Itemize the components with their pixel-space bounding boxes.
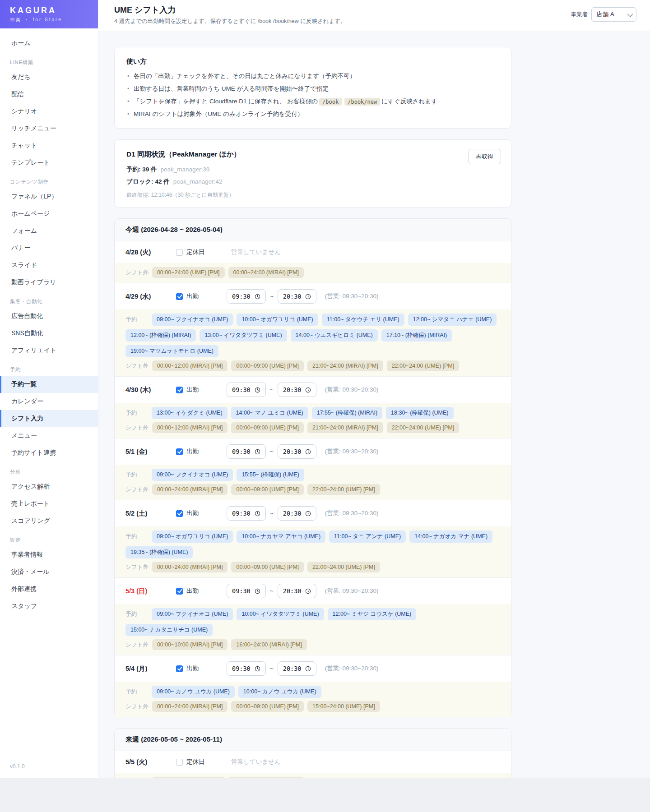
reservation-chip: 10:00~ オガワユリコ (UME) xyxy=(237,314,318,326)
sidebar-item-チャット[interactable]: チャット xyxy=(0,137,98,154)
off-shift-label: シフト外 xyxy=(125,703,149,710)
sidebar-section-label: LINE構築 xyxy=(0,52,98,69)
checkbox-label: 定休日 xyxy=(186,248,205,256)
work-checkbox[interactable]: 出勤 xyxy=(176,292,227,300)
code-chip: /book/new xyxy=(344,98,380,106)
day-row: 4/28 (火)定休日営業していません xyxy=(115,241,511,263)
sidebar-item-バナー[interactable]: バナー xyxy=(0,240,98,257)
start-time-input[interactable]: 09:30 xyxy=(227,584,266,598)
reservations-row: 予約09:00~ フクイナオコ (UME)10:00~ イワタタツフミ (UME… xyxy=(125,608,500,636)
start-time-input[interactable]: 09:30 xyxy=(227,506,266,521)
sidebar-item-動画ライブラリ[interactable]: 動画ライブラリ xyxy=(0,274,98,291)
sidebar-item-SNS自動化[interactable]: SNS自動化 xyxy=(0,325,98,342)
sidebar-item-ホームページ[interactable]: ホームページ xyxy=(0,205,98,222)
work-checkbox[interactable]: 出勤 xyxy=(176,386,227,394)
usage-bullet: 各日の「出勤」チェックを外すと、その日は丸ごと休みになります（予約不可） xyxy=(126,71,499,81)
sidebar-section-label: 集客・自動化 xyxy=(0,291,98,308)
time-range-tilde: ~ xyxy=(270,665,274,672)
sync-stat-label: ブロック: xyxy=(126,178,155,185)
business-label: 事業者 xyxy=(571,11,588,18)
clock-icon xyxy=(255,387,260,393)
start-time-input[interactable]: 09:30 xyxy=(227,383,266,397)
day-sub-rows: 予約09:00~ フクイナオコ (UME)15:55~ (枠確保) (UME)シ… xyxy=(115,465,511,500)
start-time-input[interactable]: 09:30 xyxy=(227,444,266,459)
checkbox-label: 出勤 xyxy=(186,448,199,456)
sidebar-item-スタッフ[interactable]: スタッフ xyxy=(0,598,98,615)
sidebar-item-予約サイト連携[interactable]: 予約サイト連携 xyxy=(0,444,98,461)
sidebar-item-フォーム[interactable]: フォーム xyxy=(0,222,98,240)
day-block: 5/2 (土)出勤09:30~20:30(営業: 09:30~20:30)予約0… xyxy=(115,500,511,578)
sidebar-item-スコアリング[interactable]: スコアリング xyxy=(0,512,98,530)
reservation-chip: 17:55~ (枠確保) (MIRAI) xyxy=(312,407,382,419)
week-card: 今週 (2026-04-28 ~ 2026-05-04)4/28 (火)定休日営… xyxy=(114,218,511,717)
sync-stat-value: 39 件 xyxy=(142,166,157,173)
off-shift-chip: 16:00~24:00 (MIRAI) [PM] xyxy=(231,639,307,650)
sidebar-item-シナリオ[interactable]: シナリオ xyxy=(0,103,98,120)
closed-checkbox[interactable]: 定休日 xyxy=(176,758,227,766)
sidebar-item-アクセス解析[interactable]: アクセス解析 xyxy=(0,478,98,495)
sidebar-item-外部連携[interactable]: 外部連携 xyxy=(0,581,98,598)
sidebar-item-リッチメニュー[interactable]: リッチメニュー xyxy=(0,120,98,137)
usage-card: 使い方 各日の「出勤」チェックを外すと、その日は丸ごと休みになります（予約不可）… xyxy=(114,47,511,129)
business-hours-note: (営業: 09:30~20:30) xyxy=(325,448,378,456)
reservations-label: 予約 xyxy=(125,471,148,479)
app-window: KAGURA 神楽 ・ for Store ホームLINE構築友だち配信シナリオ… xyxy=(0,0,650,778)
sidebar-item-広告自動化[interactable]: 広告自動化 xyxy=(0,308,98,325)
off-shift-chip: 00:00~24:00 (UME) [PM] xyxy=(152,777,225,778)
work-checkbox[interactable]: 出勤 xyxy=(176,587,227,595)
end-time-input[interactable]: 20:30 xyxy=(278,383,317,397)
end-time-input[interactable]: 20:30 xyxy=(278,506,317,521)
sidebar-item-スライド[interactable]: スライド xyxy=(0,257,98,274)
sidebar-item-配信[interactable]: 配信 xyxy=(0,86,98,103)
reservation-chip: 10:00~ ナカヤマ アヤコ (UME) xyxy=(237,531,325,543)
start-time-input[interactable]: 09:30 xyxy=(227,661,266,676)
work-checkbox[interactable]: 出勤 xyxy=(176,448,227,456)
off-shift-row: シフト外00:00~12:00 (MIRAI) [PM]00:00~09:00 … xyxy=(125,360,500,371)
start-time-input[interactable]: 09:30 xyxy=(227,289,266,304)
store-select[interactable]: 店舗 A xyxy=(591,7,636,22)
usage-bullet: MIRAI のシフトは対象外（UME のみオンライン予約を受付） xyxy=(126,109,499,119)
clock-icon xyxy=(305,387,311,393)
time-range-tilde: ~ xyxy=(270,386,274,393)
work-checkbox[interactable]: 出勤 xyxy=(176,509,227,517)
end-time-input[interactable]: 20:30 xyxy=(278,584,317,598)
off-shift-row: シフト外00:00~24:00 (MIRAI) [PM]00:00~09:00 … xyxy=(125,484,500,495)
off-shift-chip: 00:00~24:00 (MIRAI) [PM] xyxy=(152,562,228,572)
day-sub-rows: 予約09:00~ オガワユリコ (UME)10:00~ ナカヤマ アヤコ (UM… xyxy=(115,526,511,577)
sidebar-item-シフト入力[interactable]: シフト入力 xyxy=(0,410,98,427)
reservation-chip: 15:00~ ナカタニサチコ (UME) xyxy=(125,624,213,636)
day-block: 4/28 (火)定休日営業していませんシフト外00:00~24:00 (UME)… xyxy=(115,241,511,283)
sidebar-item-メニュー[interactable]: メニュー xyxy=(0,427,98,444)
closed-note: 営業していません xyxy=(231,248,281,256)
checkbox-label: 出勤 xyxy=(186,509,199,517)
day-row: 4/29 (水)出勤09:30~20:30(営業: 09:30~20:30) xyxy=(115,283,511,309)
end-time-input[interactable]: 20:30 xyxy=(278,661,317,676)
reservation-chip: 09:00~ カノウ ユウカ (UME) xyxy=(152,686,235,698)
sidebar-item-友だち[interactable]: 友だち xyxy=(0,69,98,86)
off-shift-chip: 00:00~09:00 (UME) [PM] xyxy=(231,360,304,371)
end-time-input[interactable]: 20:30 xyxy=(278,444,317,459)
sidebar-item-アフィリエイト[interactable]: アフィリエイト xyxy=(0,342,98,359)
work-checkbox[interactable]: 出勤 xyxy=(176,664,227,673)
off-shift-chip: 22:00~24:00 (UME) [PM] xyxy=(387,422,460,433)
end-time-input[interactable]: 20:30 xyxy=(278,289,317,304)
checkbox-icon xyxy=(176,759,183,766)
closed-checkbox[interactable]: 定休日 xyxy=(176,248,227,256)
day-date: 4/29 (水) xyxy=(125,292,176,301)
day-date: 4/30 (木) xyxy=(125,386,176,394)
sidebar-item-カレンダー[interactable]: カレンダー xyxy=(0,393,98,410)
sidebar-item-事業者情報[interactable]: 事業者情報 xyxy=(0,546,98,563)
off-shift-row: シフト外00:00~24:00 (UME) [PM]00:00~24:00 (M… xyxy=(125,267,500,278)
sidebar-item-テンプレート[interactable]: テンプレート xyxy=(0,154,98,171)
day-row: 5/4 (月)出勤09:30~20:30(営業: 09:30~20:30) xyxy=(115,655,511,682)
refresh-button[interactable]: 再取得 xyxy=(468,149,501,164)
sidebar-item-予約一覧[interactable]: 予約一覧 xyxy=(0,376,98,393)
off-shift-chip: 00:00~24:00 (MIRAI) [PM] xyxy=(152,484,228,495)
sidebar-item-売上レポート[interactable]: 売上レポート xyxy=(0,495,98,512)
sidebar-item-決済・メール[interactable]: 決済・メール xyxy=(0,563,98,581)
checkbox-icon xyxy=(176,665,183,672)
reservation-chip: 19:35~ (枠確保) (UME) xyxy=(125,546,193,558)
sidebar-item-ホーム[interactable]: ホーム xyxy=(0,35,98,52)
sidebar-item-ファネル（LP）[interactable]: ファネル（LP） xyxy=(0,188,98,205)
off-shift-chip: 00:00~24:00 (MIRAI) [PM] xyxy=(228,267,304,278)
